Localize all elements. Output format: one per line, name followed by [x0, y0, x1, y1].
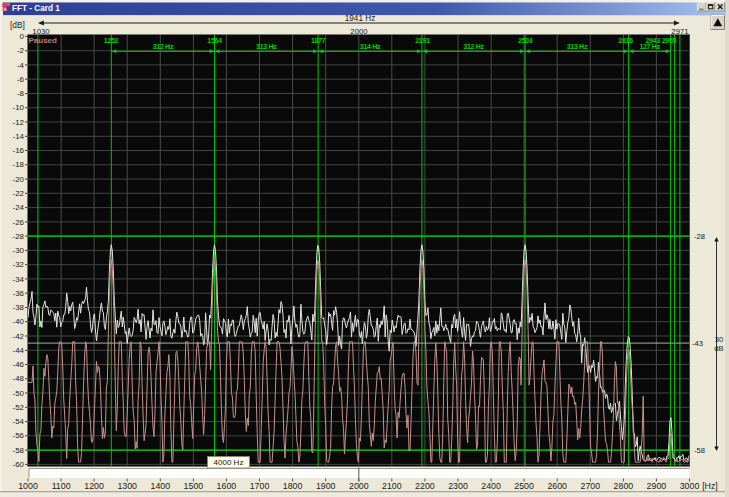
svg-text:-42: -42 [13, 332, 24, 341]
svg-text:-12: -12 [13, 118, 24, 127]
svg-text:1564: 1564 [207, 37, 222, 45]
svg-text:2191: 2191 [415, 37, 430, 45]
svg-text:-16: -16 [13, 146, 25, 155]
svg-text:313 Hz: 313 Hz [567, 43, 588, 51]
svg-text:-8: -8 [17, 89, 25, 98]
svg-text:3000: 3000 [680, 481, 700, 491]
svg-text:-50: -50 [13, 389, 25, 398]
svg-text:312 Hz: 312 Hz [153, 43, 174, 51]
svg-text:-22: -22 [13, 189, 24, 198]
svg-text:2955: 2955 [662, 37, 677, 45]
svg-text:[Hz]: [Hz] [702, 481, 718, 491]
svg-text:-2: -2 [17, 46, 24, 55]
svg-text:1941 Hz: 1941 Hz [345, 14, 376, 23]
svg-text:0: 0 [20, 32, 25, 41]
svg-text:1800: 1800 [283, 481, 303, 491]
svg-text:-54: -54 [13, 417, 25, 426]
svg-text:-40: -40 [13, 317, 25, 326]
svg-text:-26: -26 [13, 218, 25, 227]
svg-text:-18: -18 [13, 160, 25, 169]
svg-text:1400: 1400 [151, 481, 171, 491]
svg-text:1200: 1200 [84, 481, 104, 491]
svg-text:4000 Hz: 4000 Hz [214, 458, 244, 467]
svg-text:-48: -48 [13, 374, 25, 383]
svg-text:2503: 2503 [518, 37, 533, 45]
svg-text:1000: 1000 [18, 481, 38, 491]
svg-text:-28: -28 [13, 232, 25, 241]
svg-text:-24: -24 [13, 203, 25, 212]
svg-text:2500: 2500 [514, 481, 534, 491]
svg-text:FFT - Card 1: FFT - Card 1 [12, 4, 60, 13]
svg-text:1877: 1877 [311, 37, 326, 45]
svg-text:1600: 1600 [217, 481, 237, 491]
svg-text:2943: 2943 [645, 37, 660, 45]
svg-text:-60: -60 [13, 460, 25, 469]
svg-text:2300: 2300 [448, 481, 468, 491]
svg-text:2000: 2000 [349, 481, 369, 491]
svg-text:-38: -38 [13, 303, 25, 312]
svg-text:2816: 2816 [618, 37, 633, 45]
svg-text:-32: -32 [13, 260, 24, 269]
svg-text:1100: 1100 [52, 481, 71, 491]
svg-text:2600: 2600 [547, 481, 567, 491]
svg-text:-30: -30 [13, 246, 25, 255]
svg-text:1300: 1300 [117, 481, 137, 491]
svg-text:-56: -56 [13, 431, 25, 440]
svg-text:-58: -58 [694, 446, 705, 455]
svg-text:-43: -43 [692, 339, 703, 348]
svg-text:2100: 2100 [382, 481, 402, 491]
svg-text:-28: -28 [694, 232, 705, 241]
svg-text:1252: 1252 [104, 37, 119, 45]
svg-text:2400: 2400 [481, 481, 501, 491]
svg-text:1900: 1900 [316, 481, 336, 491]
svg-text:-6: -6 [17, 75, 25, 84]
svg-text:-4: -4 [17, 61, 25, 70]
svg-text:313 Hz: 313 Hz [256, 43, 277, 51]
svg-text:2900: 2900 [647, 481, 667, 491]
svg-text:-44: -44 [13, 346, 25, 355]
svg-text:-20: -20 [13, 175, 25, 184]
svg-text:-34: -34 [13, 275, 25, 284]
svg-text:-46: -46 [13, 360, 25, 369]
svg-text:1700: 1700 [250, 481, 270, 491]
svg-text:-36: -36 [13, 289, 25, 298]
svg-text:-58: -58 [13, 446, 25, 455]
svg-text:Paused: Paused [29, 36, 58, 45]
svg-text:2800: 2800 [614, 481, 634, 491]
svg-text:-14: -14 [13, 132, 25, 141]
svg-text:314 Hz: 314 Hz [360, 43, 381, 51]
svg-text:1500: 1500 [184, 481, 204, 491]
svg-text:2700: 2700 [581, 481, 601, 491]
svg-text:-52: -52 [13, 403, 24, 412]
svg-text:dB: dB [714, 344, 723, 353]
svg-text:[dB]: [dB] [10, 20, 25, 30]
svg-text:-10: -10 [13, 103, 25, 112]
svg-text:312 Hz: 312 Hz [463, 43, 484, 51]
svg-text:2200: 2200 [415, 481, 435, 491]
